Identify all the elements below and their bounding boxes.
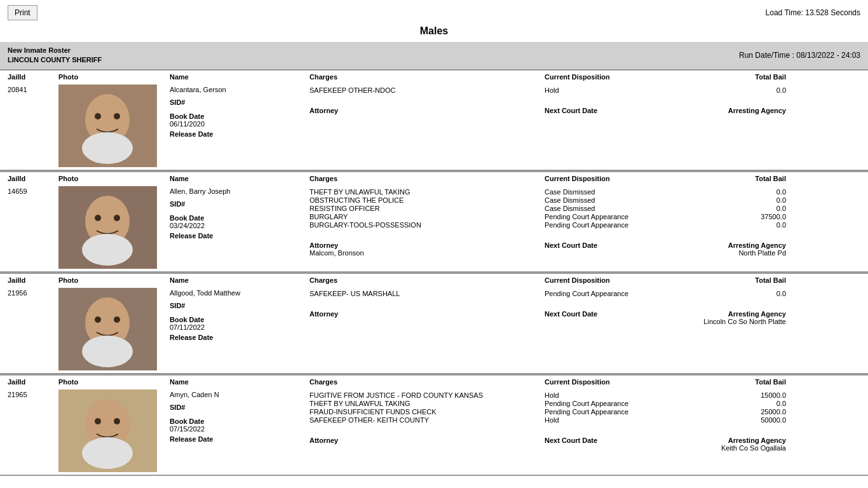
inmate-photo xyxy=(58,186,170,269)
charge-item: SAFEKEEP OTHER-NDOC xyxy=(309,86,545,94)
svg-point-12 xyxy=(95,316,101,323)
inmate-list: JailId Photo Name Charges Current Dispos… xyxy=(0,69,868,476)
inmate-disposition-col: Pending Court AppearanceNext Court Date xyxy=(545,288,691,318)
disposition-item: Hold xyxy=(545,416,691,424)
inmate-photo xyxy=(58,85,170,167)
arresting-agency-label: Arresting Agency xyxy=(691,310,786,318)
arresting-agency-value: North Platte Pd xyxy=(691,249,786,257)
bail-amount: 0.0 xyxy=(691,188,786,196)
col-jailid-header: JailId xyxy=(8,378,58,386)
inmate-name: Amyn, Caden N xyxy=(170,391,309,398)
inmate-data-row: 20841 Alcantara, Gerson SID# Book Date 0… xyxy=(0,82,868,170)
arresting-agency-value: Lincoln Co So North Platte xyxy=(691,318,786,325)
book-date-value: 03/24/2022 xyxy=(170,222,309,229)
book-date-value: 07/15/2022 xyxy=(170,425,309,433)
column-header-row: JailId Photo Name Charges Current Dispos… xyxy=(0,273,868,285)
col-name-header: Name xyxy=(170,73,309,81)
bail-amount: 0.0 xyxy=(691,221,786,229)
col-jailid-header: JailId xyxy=(8,73,58,81)
disposition-item: Pending Court Appearance xyxy=(545,221,691,229)
svg-point-13 xyxy=(114,316,120,323)
inmate-name-col: Amyn, Caden N SID# Book Date 07/15/2022 … xyxy=(170,390,309,443)
print-button[interactable]: Print xyxy=(8,5,37,20)
inmate-charges-col: THEFT BY UNLAWFUL TAKINGOBSTRUCTING THE … xyxy=(309,186,545,257)
bail-amount: 0.0 xyxy=(691,400,786,407)
inmate-charges-col: SAFEKEEP OTHER-NDOCAttorney xyxy=(309,85,545,114)
inmate-block: JailId Photo Name Charges Current Dispos… xyxy=(0,374,868,476)
charge-item: SAFEKEEP- US MARSHALL xyxy=(309,290,545,297)
col-disposition-header: Current Disposition xyxy=(545,73,691,81)
svg-point-4 xyxy=(82,132,133,164)
inmate-charges-col: SAFEKEEP- US MARSHALLAttorney xyxy=(309,288,545,318)
svg-point-14 xyxy=(82,336,133,367)
arresting-agency-label: Arresting Agency xyxy=(691,107,786,114)
inmate-bail-col: 0.0Arresting Agency xyxy=(691,85,786,114)
inmate-data-row: 21965 Amyn, Caden N SID# Book Date 07/15… xyxy=(0,387,868,475)
col-disposition-header: Current Disposition xyxy=(545,276,691,284)
inmate-data-row: 14659 Allen, Barry Joseph SID# Book Date… xyxy=(0,184,868,271)
charge-item: THEFT BY UNLAWFUL TAKING xyxy=(309,188,545,196)
release-date-label: Release Date xyxy=(170,435,309,443)
col-photo-header: Photo xyxy=(58,175,170,182)
disposition-item: Case Dismissed xyxy=(545,205,691,212)
inmate-bail-col: 0.00.00.037500.00.0Arresting AgencyNorth… xyxy=(691,186,786,257)
load-time: Load Time: 13.528 Seconds xyxy=(766,8,860,17)
inmate-photo xyxy=(58,390,170,472)
sid-label: SID# xyxy=(170,200,309,208)
inmate-name: Allgood, Todd Matthew xyxy=(170,289,309,297)
charge-item: THEFT BY UNLAWFUL TAKING xyxy=(309,400,545,407)
inmate-name: Allen, Barry Joseph xyxy=(170,187,309,195)
inmate-bail-col: 0.0Arresting AgencyLincoln Co So North P… xyxy=(691,288,786,325)
col-bail-header: Total Bail xyxy=(691,73,786,81)
col-bail-header: Total Bail xyxy=(691,175,786,182)
next-court-date-label: Next Court Date xyxy=(545,310,691,318)
header-banner: New Inmate Roster LINCOLN COUNTY SHERIFF… xyxy=(0,42,868,69)
col-jailid-header: JailId xyxy=(8,175,58,182)
svg-point-8 xyxy=(114,215,120,221)
book-date-value: 06/11/2020 xyxy=(170,120,309,128)
svg-point-18 xyxy=(114,418,120,424)
charge-item: RESISTING OFFICER xyxy=(309,205,545,212)
agency-name: LINCOLN COUNTY SHERIFF xyxy=(8,55,102,65)
column-header-row: JailId Photo Name Charges Current Dispos… xyxy=(0,69,868,82)
book-date-label: Book Date xyxy=(170,316,309,323)
svg-point-7 xyxy=(95,215,101,221)
bail-amount: 0.0 xyxy=(691,86,786,94)
col-charges-header: Charges xyxy=(309,378,545,386)
charge-item: FRAUD-INSUFFICIENT FUNDS CHECK xyxy=(309,408,545,416)
attorney-label: Attorney xyxy=(309,107,545,114)
col-photo-header: Photo xyxy=(58,276,170,284)
attorney-label: Attorney xyxy=(309,310,545,318)
jail-id: 21965 xyxy=(8,390,58,398)
attorney-label: Attorney xyxy=(309,437,545,444)
col-photo-header: Photo xyxy=(58,73,170,81)
column-header-row: JailId Photo Name Charges Current Dispos… xyxy=(0,374,868,387)
disposition-item: Hold xyxy=(545,86,691,94)
inmate-name-col: Allgood, Todd Matthew SID# Book Date 07/… xyxy=(170,288,309,341)
next-court-date-label: Next Court Date xyxy=(545,437,691,444)
svg-point-19 xyxy=(82,437,133,469)
arresting-agency-label: Arresting Agency xyxy=(691,437,786,444)
inmate-disposition-col: Case DismissedCase DismissedCase Dismiss… xyxy=(545,186,691,249)
col-jailid-header: JailId xyxy=(8,276,58,284)
disposition-item: Pending Court Appearance xyxy=(545,408,691,416)
charge-item: BURGLARY-TOOLS-POSSESSION xyxy=(309,221,545,229)
col-disposition-header: Current Disposition xyxy=(545,378,691,386)
disposition-item: Case Dismissed xyxy=(545,196,691,204)
charge-item: BURGLARY xyxy=(309,213,545,220)
book-date-label: Book Date xyxy=(170,112,309,120)
bail-amount: 50000.0 xyxy=(691,416,786,424)
bail-amount: 0.0 xyxy=(691,290,786,297)
sid-label: SID# xyxy=(170,302,309,309)
inmate-name-col: Alcantara, Gerson SID# Book Date 06/11/2… xyxy=(170,85,309,138)
col-name-header: Name xyxy=(170,276,309,284)
inmate-charges-col: FUGITIVE FROM JUSTICE - FORD COUNTY KANS… xyxy=(309,390,545,444)
svg-point-2 xyxy=(95,113,101,119)
next-court-date-label: Next Court Date xyxy=(545,107,691,114)
col-name-header: Name xyxy=(170,378,309,386)
col-charges-header: Charges xyxy=(309,175,545,182)
inmate-data-row: 21956 Allgood, Todd Matthew SID# Book Da… xyxy=(0,285,868,373)
col-bail-header: Total Bail xyxy=(691,276,786,284)
release-date-label: Release Date xyxy=(170,130,309,138)
column-header-row: JailId Photo Name Charges Current Dispos… xyxy=(0,171,868,184)
